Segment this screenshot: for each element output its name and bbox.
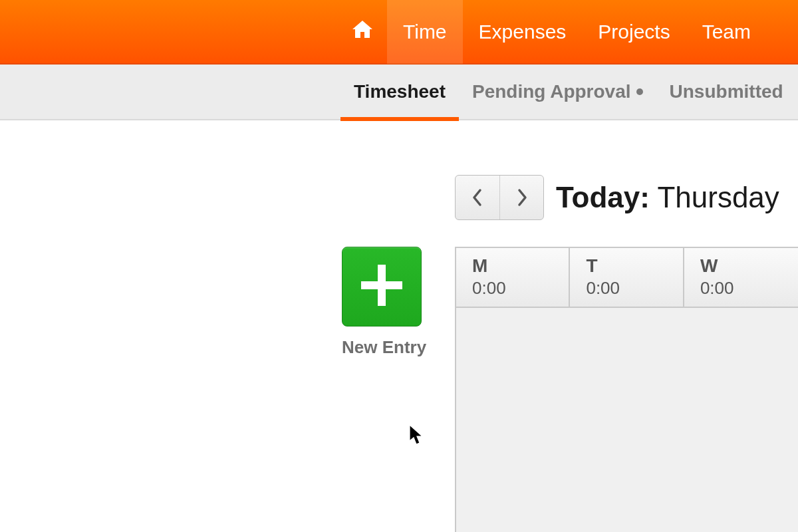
nav-label: Expenses — [479, 21, 567, 43]
tab-timesheet[interactable]: Timesheet — [340, 64, 459, 120]
primary-nav: Time Expenses Projects Team — [0, 0, 798, 65]
day-letter: T — [586, 256, 666, 277]
content: Today: Thursday New Entry M 0:00 T 0:00 — [0, 120, 798, 174]
nav-expenses[interactable]: Expenses — [463, 0, 583, 64]
day-header-tue[interactable]: T 0:00 — [570, 248, 684, 307]
prev-day-button[interactable] — [456, 176, 499, 219]
cursor-icon — [408, 424, 426, 449]
day-letter: M — [472, 256, 553, 277]
day-letter: W — [700, 256, 782, 277]
nav-team[interactable]: Team — [686, 0, 767, 64]
tab-label: Timesheet — [354, 81, 446, 102]
date-heading-day: Thursday — [657, 181, 779, 213]
nav-home[interactable] — [335, 0, 387, 64]
date-heading-prefix: Today: — [556, 181, 650, 213]
plus-icon — [357, 261, 406, 313]
nav-label: Team — [702, 21, 751, 43]
date-pager — [455, 175, 544, 220]
new-entry: New Entry — [342, 247, 426, 358]
tab-label: Pending Approval — [472, 81, 631, 102]
tab-unsubmitted[interactable]: Unsubmitted — [656, 64, 797, 120]
week-body — [456, 308, 798, 532]
nav-label: Time — [403, 21, 447, 43]
day-total: 0:00 — [586, 278, 666, 299]
day-total: 0:00 — [472, 278, 553, 299]
nav-label: Projects — [598, 21, 670, 43]
day-header-mon[interactable]: M 0:00 — [456, 248, 570, 307]
notification-dot-icon — [636, 88, 643, 95]
home-icon — [351, 19, 374, 44]
nav-time[interactable]: Time — [387, 0, 463, 64]
nav-projects[interactable]: Projects — [582, 0, 686, 64]
tab-label: Unsubmitted — [670, 81, 783, 102]
next-day-button[interactable] — [499, 176, 543, 219]
chevron-left-icon — [471, 188, 483, 207]
week-headers: M 0:00 T 0:00 W 0:00 — [456, 248, 798, 308]
svg-rect-1 — [361, 281, 402, 289]
chevron-right-icon — [516, 188, 528, 207]
secondary-nav: Timesheet Pending Approval Unsubmitted A… — [0, 65, 798, 120]
new-entry-button[interactable] — [342, 247, 422, 327]
tab-pending-approval[interactable]: Pending Approval — [459, 64, 656, 120]
day-total: 0:00 — [700, 278, 782, 299]
day-header-wed[interactable]: W 0:00 — [684, 248, 798, 307]
date-heading: Today: Thursday — [556, 181, 779, 214]
new-entry-label: New Entry — [342, 337, 426, 358]
date-row: Today: Thursday — [455, 175, 779, 220]
week-table: M 0:00 T 0:00 W 0:00 — [455, 247, 798, 532]
